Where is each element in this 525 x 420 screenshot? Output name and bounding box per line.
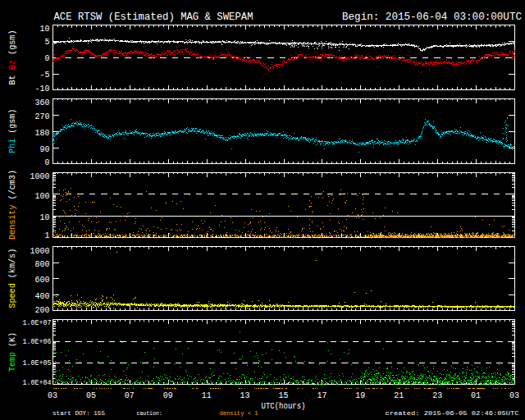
svg-text:1000: 1000 xyxy=(30,171,50,181)
svg-text:ACE RTSW (Estimated) MAG & SWE: ACE RTSW (Estimated) MAG & SWEPAM xyxy=(54,11,253,23)
svg-text:09: 09 xyxy=(163,390,173,400)
svg-text:Temp (K): Temp (K) xyxy=(8,332,17,372)
svg-text:1.0E+05: 1.0E+05 xyxy=(23,359,52,368)
svg-text:1.0E+07: 1.0E+07 xyxy=(23,319,52,327)
svg-text:100: 100 xyxy=(35,191,50,201)
svg-text:1000: 1000 xyxy=(30,246,50,256)
svg-text:created: 2015-06-05 02:46:05U: created: 2015-06-05 02:46:05UTC xyxy=(386,409,519,417)
svg-text:1: 1 xyxy=(45,231,50,240)
svg-text:UTC(hours): UTC(hours) xyxy=(262,402,306,411)
svg-text:11: 11 xyxy=(202,390,212,400)
svg-text:-10: -10 xyxy=(35,84,50,94)
svg-text:Speed (km/s): Speed (km/s) xyxy=(8,249,17,308)
svg-text:17: 17 xyxy=(317,390,326,400)
svg-text:800: 800 xyxy=(35,259,50,269)
svg-text:1.0E+04: 1.0E+04 xyxy=(23,379,52,387)
svg-text:01: 01 xyxy=(471,390,481,400)
svg-text:0: 0 xyxy=(45,53,50,63)
svg-text:5: 5 xyxy=(45,37,50,47)
svg-text:180: 180 xyxy=(35,128,50,138)
svg-text:Begin: 2015-06-04 03:00:00UTC: Begin: 2015-06-04 03:00:00UTC xyxy=(342,11,522,23)
svg-text:23: 23 xyxy=(432,390,442,400)
svg-text:03: 03 xyxy=(509,390,519,400)
svg-text:03: 03 xyxy=(48,390,57,400)
svg-text:360: 360 xyxy=(35,98,50,107)
svg-text:200: 200 xyxy=(35,305,50,315)
svg-text:19: 19 xyxy=(355,390,365,400)
svg-text:07: 07 xyxy=(125,390,135,400)
svg-text:15: 15 xyxy=(279,390,289,400)
svg-text:start DOY: 155: start DOY: 155 xyxy=(52,409,105,417)
svg-text:13: 13 xyxy=(240,390,250,400)
svg-text:600: 600 xyxy=(35,275,50,285)
svg-text:Density (/cm3): Density (/cm3) xyxy=(8,170,17,240)
svg-text:400: 400 xyxy=(35,291,50,301)
svg-text:1.0E+06: 1.0E+06 xyxy=(23,338,52,346)
svg-text:05: 05 xyxy=(86,390,96,400)
svg-text:10: 10 xyxy=(40,24,50,34)
svg-text:density < 1: density < 1 xyxy=(220,409,258,417)
svg-text:-5: -5 xyxy=(40,70,50,80)
svg-text:Phi (gsm): Phi (gsm) xyxy=(8,109,17,153)
svg-text:0: 0 xyxy=(45,158,50,167)
svg-text:21: 21 xyxy=(394,390,404,400)
svg-text:270: 270 xyxy=(35,112,50,121)
svg-text:90: 90 xyxy=(40,144,50,154)
svg-text:10: 10 xyxy=(40,212,50,222)
svg-text:caution:: caution: xyxy=(137,409,162,417)
svg-text:Bt Bz (gsm): Bt Bz (gsm) xyxy=(8,30,17,85)
